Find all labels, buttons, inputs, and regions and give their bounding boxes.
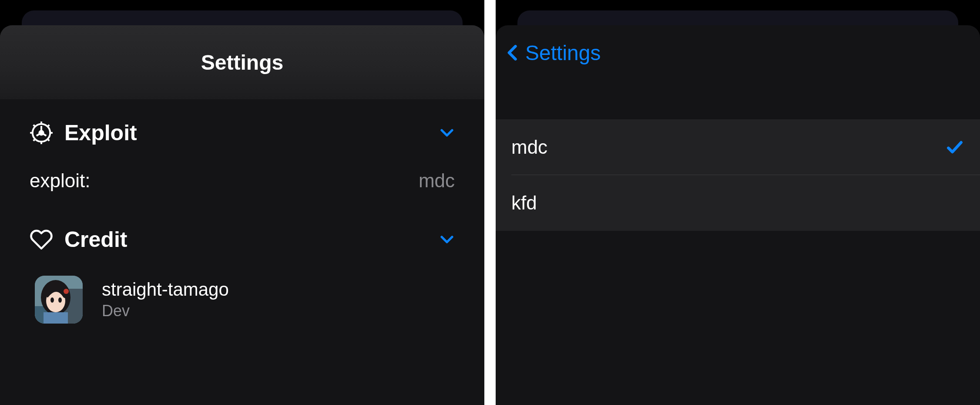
credit-texts: straight-tamago Dev: [102, 279, 229, 320]
checkmark-icon: [945, 138, 964, 157]
svg-line-7: [47, 139, 49, 141]
sheet-stack: Settings mdc kfd: [496, 0, 980, 405]
svg-line-9: [47, 125, 49, 127]
section-header-exploit[interactable]: Exploit: [0, 99, 484, 158]
pane-divider: [484, 0, 496, 405]
navigation-header: Settings: [0, 25, 484, 99]
settings-detail-pane: Settings mdc kfd: [496, 0, 980, 405]
avatar: [35, 276, 83, 324]
heart-icon: [30, 228, 53, 251]
chevron-down-icon: [439, 125, 455, 141]
option-row-kfd[interactable]: kfd: [496, 175, 980, 231]
settings-sheet: Settings: [0, 25, 484, 405]
back-button[interactable]: Settings: [503, 40, 601, 65]
svg-point-20: [64, 289, 69, 294]
section-title-credit: Credit: [64, 227, 439, 252]
section-header-credit[interactable]: Credit: [0, 216, 484, 264]
navigation-header: Settings: [496, 25, 980, 80]
chevron-down-icon: [439, 232, 455, 247]
svg-point-19: [58, 297, 62, 303]
svg-rect-21: [44, 312, 68, 324]
credit-name: straight-tamago: [102, 279, 229, 300]
svg-line-6: [34, 125, 35, 127]
settings-content: Exploit exploit: mdc: [0, 99, 484, 324]
svg-line-8: [34, 139, 35, 141]
option-label: kfd: [511, 192, 964, 214]
sheet-stack: Settings: [0, 0, 484, 405]
gear-icon: [30, 121, 53, 145]
section-title-exploit: Exploit: [64, 120, 439, 145]
detail-sheet: Settings mdc kfd: [496, 25, 980, 405]
option-label: mdc: [511, 136, 945, 158]
setting-value-exploit: mdc: [419, 170, 455, 192]
settings-main-pane: Settings: [0, 0, 484, 405]
svg-point-18: [50, 297, 54, 303]
setting-row-exploit[interactable]: exploit: mdc: [0, 158, 484, 216]
page-title: Settings: [201, 51, 283, 74]
options-list: mdc kfd: [496, 119, 980, 231]
chevron-left-icon: [503, 40, 523, 65]
credit-row[interactable]: straight-tamago Dev: [0, 264, 484, 324]
credit-role: Dev: [102, 302, 229, 320]
back-label: Settings: [525, 41, 601, 65]
option-row-mdc[interactable]: mdc: [496, 119, 980, 175]
setting-label-exploit: exploit:: [30, 170, 419, 192]
